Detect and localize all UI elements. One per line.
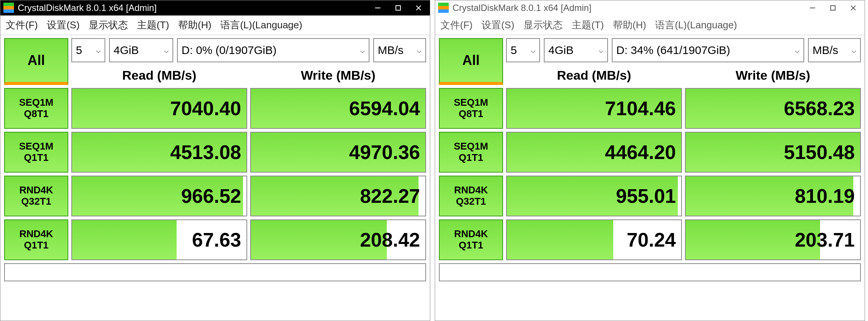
unit-select-value: MB/s [813, 44, 838, 57]
menu-item[interactable]: 显示状态 [523, 19, 563, 32]
test-label-line2: Q1T1 [24, 240, 48, 251]
test-label-line2: Q32T1 [456, 196, 486, 207]
test-button[interactable]: SEQ1MQ1T1 [4, 132, 68, 173]
menu-item[interactable]: 语言(L)(Language) [655, 19, 737, 32]
chevron-down-icon: ⌵ [164, 45, 169, 55]
write-result-cell: 208.42 [250, 219, 426, 260]
write-result-cell: 6568.23 [685, 88, 861, 129]
runs-select[interactable]: 5⌵ [506, 38, 540, 62]
test-label-line1: SEQ1M [19, 141, 53, 152]
runs-select[interactable]: 5⌵ [71, 38, 105, 62]
read-result-cell: 70.24 [506, 219, 682, 260]
read-value: 70.24 [627, 228, 676, 251]
drive-select[interactable]: D: 34% (641/1907GiB)⌵ [612, 38, 804, 62]
write-result-cell: 810.19 [685, 176, 861, 216]
test-button[interactable]: SEQ1MQ8T1 [4, 88, 68, 129]
write-result-cell: 6594.04 [250, 88, 426, 129]
content-grid: All5⌵4GiB⌵D: 34% (641/1907GiB)⌵MB/s⌵Read… [435, 35, 865, 285]
maximize-icon[interactable] [828, 3, 837, 12]
menu-item[interactable]: 设置(S) [482, 19, 514, 32]
test-label-line2: Q8T1 [24, 108, 48, 120]
app-window: CrystalDiskMark 8.0.1 x64 [Admin]文件(F)设置… [0, 0, 430, 321]
test-label-line2: Q1T1 [459, 152, 483, 164]
app-icon [438, 3, 449, 13]
menu-item[interactable]: 帮助(H) [613, 19, 646, 32]
test-size-select[interactable]: 4GiB⌵ [109, 38, 173, 62]
app-window: CrystalDiskMark 8.0.1 x64 [Admin]文件(F)设置… [435, 0, 865, 321]
test-label-line1: RND4K [19, 185, 53, 196]
close-icon[interactable] [414, 3, 423, 12]
close-icon[interactable] [849, 3, 858, 12]
minimize-icon[interactable] [373, 3, 382, 12]
test-label-line1: RND4K [19, 228, 53, 240]
selector-row: 5⌵4GiB⌵D: 34% (641/1907GiB)⌵MB/s⌵ [506, 38, 861, 62]
menu-item[interactable]: 帮助(H) [178, 19, 211, 32]
read-value: 67.63 [192, 228, 241, 251]
minimize-icon[interactable] [808, 3, 817, 12]
write-value: 4970.36 [349, 141, 420, 164]
write-value: 203.71 [795, 228, 855, 251]
write-value: 5150.48 [784, 141, 855, 164]
content-grid: All5⌵4GiB⌵D: 0% (0/1907GiB)⌵MB/s⌵Read (M… [0, 35, 430, 285]
menu-item[interactable]: 显示状态 [89, 19, 128, 32]
read-value: 4513.08 [170, 141, 241, 164]
test-label-line2: Q8T1 [459, 108, 483, 120]
test-size-select[interactable]: 4GiB⌵ [544, 38, 608, 62]
test-label-line1: RND4K [454, 228, 488, 240]
read-header: Read (MB/s) [506, 65, 682, 85]
titlebar[interactable]: CrystalDiskMark 8.0.1 x64 [Admin] [0, 0, 430, 15]
write-result-cell: 5150.48 [685, 132, 861, 173]
write-value: 6594.04 [349, 97, 420, 120]
menu-item[interactable]: 文件(F) [440, 19, 472, 32]
test-label-line1: RND4K [454, 185, 488, 196]
read-result-cell: 966.52 [71, 176, 247, 216]
test-button[interactable]: RND4KQ1T1 [4, 219, 68, 260]
chevron-down-icon: ⌵ [531, 45, 536, 55]
app-icon [3, 3, 14, 13]
test-button[interactable]: SEQ1MQ1T1 [439, 132, 503, 173]
run-all-button[interactable]: All [439, 38, 503, 85]
read-result-cell: 67.63 [71, 219, 247, 260]
write-value: 810.19 [795, 185, 855, 207]
svg-rect-5 [831, 6, 835, 10]
runs-select-value: 5 [511, 44, 517, 57]
chevron-down-icon: ⌵ [96, 45, 101, 55]
unit-select[interactable]: MB/s⌵ [808, 38, 861, 62]
drive-select-value: D: 34% (641/1907GiB) [616, 44, 730, 57]
read-result-cell: 955.01 [506, 176, 682, 216]
maximize-icon[interactable] [394, 3, 403, 12]
menu-item[interactable]: 文件(F) [6, 19, 38, 32]
test-label-line2: Q1T1 [24, 152, 48, 164]
menu-item[interactable]: 语言(L)(Language) [220, 19, 302, 32]
test-label-line1: SEQ1M [454, 97, 488, 108]
unit-select-value: MB/s [378, 44, 403, 57]
read-result-cell: 7104.46 [506, 88, 682, 129]
drive-select-value: D: 0% (0/1907GiB) [182, 44, 277, 57]
selector-row: 5⌵4GiB⌵D: 0% (0/1907GiB)⌵MB/s⌵ [71, 38, 426, 62]
write-result-cell: 203.71 [685, 219, 861, 260]
test-size-select-value: 4GiB [114, 44, 139, 57]
test-size-select-value: 4GiB [548, 44, 574, 57]
menubar: 文件(F)设置(S)显示状态主题(T)帮助(H)语言(L)(Language) [435, 15, 865, 35]
run-all-button[interactable]: All [4, 38, 68, 85]
write-value: 6568.23 [784, 97, 855, 120]
menu-item[interactable]: 主题(T) [137, 19, 169, 32]
test-button[interactable]: RND4KQ32T1 [4, 176, 68, 216]
titlebar[interactable]: CrystalDiskMark 8.0.1 x64 [Admin] [435, 0, 865, 15]
window-title: CrystalDiskMark 8.0.1 x64 [Admin] [452, 3, 808, 13]
read-value: 7104.46 [605, 97, 676, 120]
chevron-down-icon: ⌵ [851, 45, 856, 55]
write-result-cell: 822.27 [250, 176, 426, 216]
menu-item[interactable]: 设置(S) [47, 19, 80, 32]
menu-item[interactable]: 主题(T) [572, 19, 604, 32]
test-button[interactable]: RND4KQ1T1 [439, 219, 503, 260]
read-value: 7040.40 [170, 97, 241, 120]
test-button[interactable]: SEQ1MQ8T1 [439, 88, 503, 129]
svg-rect-1 [396, 6, 400, 10]
chevron-down-icon: ⌵ [417, 45, 422, 55]
test-button[interactable]: RND4KQ32T1 [439, 176, 503, 216]
read-result-cell: 4464.20 [506, 132, 682, 173]
write-header: Write (MB/s) [250, 65, 426, 85]
drive-select[interactable]: D: 0% (0/1907GiB)⌵ [177, 38, 369, 62]
unit-select[interactable]: MB/s⌵ [373, 38, 426, 62]
